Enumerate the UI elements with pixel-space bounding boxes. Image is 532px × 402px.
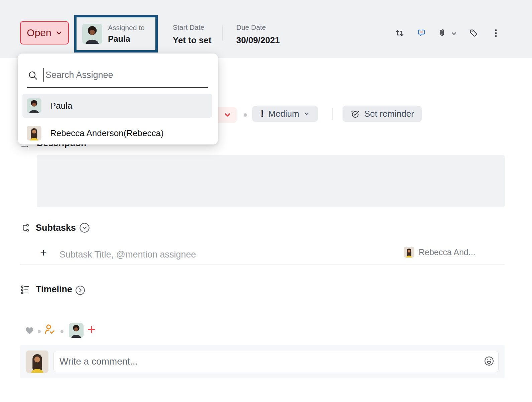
assignee-meta: Assigned to Paula (108, 24, 145, 44)
separator-dot (38, 330, 41, 333)
subtasks-icon (21, 223, 31, 233)
top-bar: Open Assigned to Paula Start Date Yet to… (0, 0, 532, 58)
paperclip-icon (437, 28, 447, 39)
current-user-avatar (26, 350, 48, 373)
chevron-down-icon (451, 31, 457, 37)
start-date-label: Start Date (173, 23, 212, 31)
subtask-title-input[interactable] (59, 247, 377, 262)
priority-label: Medium (268, 109, 299, 119)
due-date-label: Due Date (236, 23, 280, 31)
timeline-title: Timeline (36, 284, 72, 295)
status-label: Open (27, 27, 51, 38)
priority-button[interactable]: ! Medium (252, 106, 318, 122)
heart-icon (24, 325, 35, 337)
subtasks-title: Subtasks (36, 223, 76, 233)
due-date-field[interactable]: Due Date 30/09/2021 (236, 23, 280, 45)
chevron-down-icon (56, 27, 62, 38)
option-avatar (27, 98, 41, 113)
attachment-button[interactable] (436, 27, 448, 39)
option-avatar (27, 126, 41, 140)
comment-bar (20, 345, 505, 378)
description-editor[interactable] (37, 155, 505, 207)
swap-arrows-icon (395, 28, 405, 39)
subtasks-collapse-button[interactable] (79, 222, 91, 234)
due-date-value: 30/09/2021 (236, 35, 280, 45)
status-button[interactable]: Open (20, 21, 69, 44)
tag-icon (469, 28, 479, 39)
alarm-clock-icon (350, 109, 360, 119)
assignee-avatar (82, 24, 102, 44)
start-date-field[interactable]: Start Date Yet to set (173, 23, 212, 45)
separator-dot (60, 330, 63, 333)
like-button[interactable] (23, 325, 35, 337)
assigned-to-label: Assigned to (108, 24, 145, 32)
text-caret (43, 68, 44, 82)
search-underline (27, 87, 208, 88)
chevron-down-icon (304, 111, 309, 117)
follower-avatar (69, 323, 84, 338)
assignee-search-input[interactable] (45, 68, 189, 82)
toolbar-divider (332, 108, 333, 120)
subtask-assignee-avatar (404, 247, 414, 258)
option-label: Paula (50, 101, 73, 111)
assignee-dropdown: Paula Rebecca Anderson(Rebecca) (18, 54, 218, 144)
follow-button[interactable] (43, 324, 55, 336)
more-menu-button[interactable] (490, 27, 502, 39)
separator-dot (244, 113, 247, 117)
option-label: Rebecca Anderson(Rebecca) (50, 128, 164, 138)
assignee-option-rebecca[interactable]: Rebecca Anderson(Rebecca) (22, 121, 212, 145)
circle-chevron-down-icon (79, 222, 90, 234)
assignee-name: Paula (108, 34, 145, 44)
tag-button[interactable] (468, 27, 480, 39)
field-divider (222, 25, 223, 41)
add-subtask-button[interactable]: + (40, 246, 47, 259)
search-icon (28, 70, 38, 81)
subtask-assignee-name: Rebecca And... (419, 247, 476, 257)
reorder-button[interactable] (394, 27, 406, 39)
add-follower-button[interactable]: + (88, 322, 96, 338)
attachment-menu-button[interactable] (450, 30, 458, 38)
priority-icon: ! (261, 109, 264, 119)
set-reminder-label: Set reminder (364, 109, 414, 119)
comment-input[interactable] (53, 351, 499, 372)
person-check-icon (43, 323, 56, 337)
emoji-button[interactable] (483, 356, 495, 367)
row-divider (20, 264, 505, 265)
assigned-to-card[interactable]: Assigned to Paula (74, 15, 158, 53)
emoji-smiley-icon (484, 356, 495, 368)
assignee-option-paula[interactable]: Paula (22, 94, 212, 118)
timeline-icon (20, 285, 30, 295)
set-reminder-button[interactable]: Set reminder (343, 106, 422, 122)
start-date-value: Yet to set (173, 35, 212, 45)
subtask-assignee-picker[interactable]: Rebecca And... (404, 247, 476, 258)
timeline-open-button[interactable] (74, 285, 86, 297)
comments-button[interactable] (415, 27, 427, 39)
circle-chevron-right-icon (75, 285, 86, 297)
chevron-down-icon (224, 111, 231, 119)
comment-bubble-icon (416, 28, 426, 39)
kebab-icon (491, 28, 501, 39)
